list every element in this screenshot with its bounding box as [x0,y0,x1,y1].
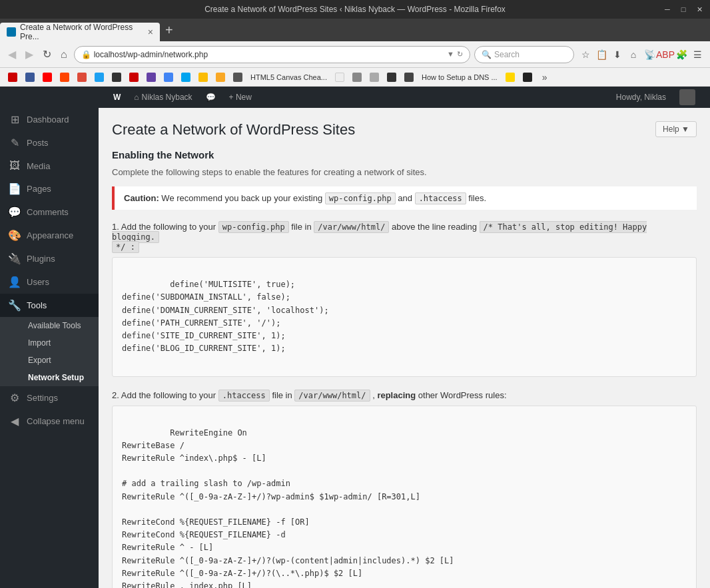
adminbar-avatar[interactable] [673,87,702,108]
netflix-icon [129,73,139,82]
close-button[interactable]: ✕ [694,5,705,14]
bookmark-gray1[interactable] [350,73,364,82]
bookmark-color[interactable] [196,73,210,82]
adminbar-right: Howdy, Niklas [609,87,702,108]
sidebar-item-export[interactable]: Export [0,352,99,369]
back-button[interactable]: ◀ [5,47,19,62]
bookmark-star[interactable] [213,73,228,82]
sidebar-item-pages[interactable]: 📄 Pages [0,177,99,200]
tools-submenu: Available Tools Import Export Network Se… [0,317,99,386]
dark1-icon [233,73,242,82]
browser-tab-active[interactable]: Create a Network of WordPress Pre... × [0,23,160,41]
dropdown-icon[interactable]: ▼ [447,50,454,59]
sidebar-item-plugins[interactable]: 🔌 Plugins [0,247,99,270]
github-icon [112,73,121,82]
address-text: localhost/wp-admin/network.php [94,50,444,59]
adminbar-new[interactable]: + New [222,87,258,108]
bookmark-n[interactable] [127,73,141,82]
sidebar-item-users[interactable]: 👤 Users [0,270,99,294]
bookmark-dotted[interactable] [332,73,347,82]
address-bar[interactable]: 🔒 localhost/wp-admin/network.php ▼ ↻ [74,46,470,63]
sidebar-item-collapse[interactable]: ◀ Collapse menu [0,410,99,433]
page-title: Create a Network of WordPress Sites [112,121,355,139]
sidebar-item-dashboard[interactable]: ⊞ Dashboard [0,108,99,131]
twitch-icon [147,73,156,82]
bookmark-dark1[interactable] [230,73,245,82]
bookmark-reddit[interactable] [57,73,72,82]
download-icon[interactable]: ⬇ [610,47,625,62]
adminbar-comment-icon: 💬 [206,93,216,102]
step2-end: other WordPress rules: [418,390,507,400]
bookmark-twitch[interactable] [144,73,159,82]
dashboard-icon: ⊞ [8,113,21,126]
bookmark-twitter[interactable] [92,73,107,82]
bookmark-html5[interactable]: HTML5 Canvas Chea... [248,73,330,81]
adminbar-site-name[interactable]: ⌂ Niklas Nyback [127,87,198,108]
sidebar-item-import[interactable]: Import [0,334,99,352]
star-icon [216,73,225,82]
forward-button[interactable]: ▶ [23,47,36,62]
dark4-icon [523,73,532,82]
sidebar-label-collapse: Collapse menu [27,416,85,426]
bookmark-gray2[interactable] [367,73,382,82]
refresh-icon[interactable]: ↻ [457,50,463,59]
rss-icon[interactable]: 📡 [642,47,657,62]
cloud-icon [164,73,173,82]
wp-adminbar [0,87,99,108]
browser-title: Create a Network of WordPress Sites ‹ Ni… [204,5,506,14]
bookmark-fb[interactable] [23,73,37,82]
bookmark-cloud[interactable] [161,73,176,82]
user-avatar [679,89,695,105]
bookmark-howdns[interactable]: How to Setup a DNS ... [419,73,500,81]
bookmark-dark2[interactable] [384,73,399,82]
adminbar-comments[interactable]: 💬 [199,87,222,108]
bookmark-dark4[interactable] [520,73,535,82]
sidebar-item-tools[interactable]: 🔧 Tools [0,294,99,317]
extensions-icon[interactable]: 🧩 [674,47,689,62]
sidebar-label-media: Media [27,161,50,171]
reload-button[interactable]: ↻ [40,47,54,62]
restore-button[interactable]: □ [678,5,689,14]
sidebar-item-network-setup[interactable]: Network Setup [0,369,99,386]
caution-label: Caution: [124,193,159,203]
sidebar-item-media[interactable]: 🖼 Media [0,154,99,177]
browser-titlebar: Create a Network of WordPress Sites ‹ Ni… [0,0,710,19]
step2-replacing-strong: replacing [377,390,416,400]
adminbar-wp-logo[interactable]: W [107,87,127,108]
bookmark-gplus[interactable] [75,73,89,82]
sidebar-item-available-tools[interactable]: Available Tools [0,317,99,334]
sidebar-item-appearance[interactable]: 🎨 Appearance [0,224,99,247]
bookmark-icon[interactable]: ⌂ [626,47,641,62]
sidebar-item-settings[interactable]: ⚙ Settings [0,386,99,410]
adblock-icon[interactable]: ABP [658,47,673,62]
bookmark-github[interactable] [109,73,124,82]
sidebar-item-comments[interactable]: 💬 Comments [0,200,99,224]
bookmark-dark3[interactable] [402,73,416,82]
caution-and: and [398,193,414,203]
search-bar[interactable]: 🔍 Search [474,46,574,63]
sidebar-label-appearance: Appearance [27,230,73,240]
yellow-icon [506,73,515,82]
bookmark-star-icon[interactable]: ☆ [578,47,593,62]
step1-code-block: define('MULTISITE', true); define('SUBDO… [112,257,697,377]
home-button[interactable]: ⌂ [58,47,70,62]
bookmarks-more-icon[interactable]: » [537,70,552,85]
sidebar-label-pages: Pages [27,184,51,194]
sidebar-item-posts[interactable]: ✎ Posts [0,131,99,154]
bookmark-yellow[interactable] [503,73,518,82]
bookmark-ms[interactable] [178,73,193,82]
address-bar-icons: ▼ ↻ [447,50,463,59]
menu-icon[interactable]: ☰ [690,47,705,62]
reading-list-icon[interactable]: 📋 [594,47,609,62]
minimize-button[interactable]: ─ [662,5,673,14]
adminbar-home-icon: ⌂ [134,93,139,102]
new-tab-button[interactable]: + [165,23,173,38]
tab-close-button[interactable]: × [148,27,153,37]
twitter-icon [95,73,104,82]
bookmark-gmail[interactable] [5,73,20,82]
bookmark-yt[interactable] [40,73,55,82]
adminbar-howdy: Howdy, Niklas [609,93,673,102]
step1-end: */ : [112,241,139,253]
help-button[interactable]: Help ▼ [655,121,697,137]
settings-icon: ⚙ [8,392,21,404]
